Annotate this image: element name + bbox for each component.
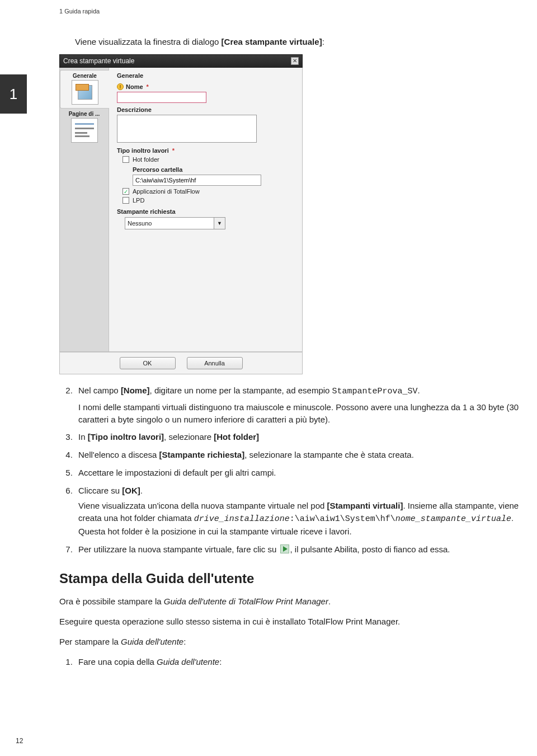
dialog-buttonbar: OK Annulla <box>59 352 303 374</box>
apps-checkbox[interactable] <box>123 188 129 195</box>
hotfolder-checkbox[interactable] <box>123 156 129 163</box>
txt: Cliccare su <box>78 486 122 495</box>
para-1: Ora è possibile stampare la Guida dell'u… <box>59 595 520 608</box>
txt: Ora è possibile stampare la <box>59 597 164 606</box>
txt: [OK] <box>122 486 140 495</box>
txt: Guida dell'utente <box>121 637 183 646</box>
txt: Guida dell'utente di TotalFlow Print Man… <box>164 597 328 606</box>
txt: [Stampante richiesta] <box>159 450 245 459</box>
step-7: Per utilizzare la nuova stampante virtua… <box>75 543 520 556</box>
sidebar-thumb-icon <box>71 118 98 143</box>
name-label-text: Nome <box>126 83 143 90</box>
hotfolder-label: Hot folder <box>133 156 159 163</box>
requested-printer-value: Nessuno <box>128 220 152 227</box>
requested-printer-label: Stampante richiesta <box>117 208 294 215</box>
txt: , selezionare la stampante che è stata c… <box>244 450 414 459</box>
txt: , digitare un nome per la stampante, ad … <box>150 386 332 395</box>
chevron-down-icon: ▼ <box>214 218 225 229</box>
page-content: Viene visualizzata la finestra di dialog… <box>59 37 520 668</box>
txt: Nel campo <box>78 386 121 395</box>
txt: Fare una copia della <box>78 657 157 666</box>
txt: [Hot folder] <box>214 432 259 442</box>
para-3: Per stampare la Guida dell'utente: <box>59 636 520 648</box>
txt: , il pulsante Abilita, posto di fianco a… <box>290 544 450 554</box>
path-label: Percorso cartella <box>133 166 294 173</box>
txt: Per utilizzare la nuova stampante virtua… <box>78 544 279 554</box>
required-mark-icon: * <box>172 147 175 154</box>
intro-before: Viene visualizzata la finestra di dialog… <box>75 37 222 46</box>
txt: In <box>78 432 88 442</box>
sidebar-tab-label: Pagine di ... <box>69 111 100 117</box>
name-label: ! Nome * <box>117 83 294 90</box>
section-heading: Stampa della Guida dell'utente <box>59 571 520 586</box>
txt: [Stampanti virtuali] <box>327 501 403 510</box>
sidebar-tab-pagine[interactable]: Pagine di ... <box>60 109 109 146</box>
txt: Nell'elenco a discesa <box>78 450 159 459</box>
dialog-sidebar: Generale Pagine di ... <box>60 68 109 351</box>
txt: [Nome] <box>121 386 150 395</box>
step-6-subtext: Viene visualizzata un'icona della nuova … <box>78 500 520 537</box>
ok-button[interactable]: OK <box>120 357 176 369</box>
txt: . <box>328 597 331 606</box>
print-step-list: Fare una copia della Guida dell'utente: <box>75 656 520 668</box>
sidebar-tab-generale[interactable]: Generale <box>60 70 109 109</box>
lpd-label: LPD <box>133 197 144 204</box>
lpd-checkbox[interactable] <box>123 197 129 204</box>
step-2-subtext: I nomi delle stampanti virtuali distingu… <box>78 401 520 426</box>
txt: . <box>140 486 143 495</box>
txt: Guida dell'utente <box>157 657 219 666</box>
txt: . <box>418 386 420 395</box>
step-list: Nel campo [Nome], digitare un nome per l… <box>75 384 520 555</box>
txt: [Tipo inoltro lavori] <box>88 432 164 442</box>
step-6: Cliccare su [OK]. Viene visualizzata un'… <box>75 485 520 538</box>
path-input[interactable] <box>133 175 261 186</box>
hotfolder-checkbox-row: Hot folder <box>123 156 294 163</box>
sidebar-tab-label: Generale <box>73 73 97 79</box>
description-input[interactable] <box>117 115 257 143</box>
txt: Viene visualizzata un'icona della nuova … <box>78 501 327 510</box>
step-5: Accettare le impostazioni di default per… <box>75 467 520 479</box>
name-input[interactable] <box>117 92 206 103</box>
sidebar-thumb-icon <box>72 80 98 105</box>
txt: : <box>219 657 222 666</box>
section-header: Generale <box>117 72 294 79</box>
step-4: Nell'elenco a discesa [Stampante richies… <box>75 449 520 461</box>
dialog-main: Generale ! Nome * Descrizione Tipo inolt… <box>109 68 302 351</box>
intro-after: : <box>322 37 324 46</box>
para-2: Eseguire questa operazione sullo stesso … <box>59 616 520 628</box>
tipo-label: Tipo inoltro lavori * <box>117 147 294 154</box>
dialog-screenshot: Crea stampante virtuale ✕ Generale Pagin… <box>59 54 303 374</box>
page-number: 12 <box>16 737 23 745</box>
txt: : <box>183 637 186 646</box>
dialog-title: Crea stampante virtuale <box>63 57 291 65</box>
example-name: StampanteProva_SV <box>332 387 418 396</box>
print-step-1: Fare una copia della Guida dell'utente: <box>75 656 520 668</box>
tipo-label-text: Tipo inoltro lavori <box>117 147 169 154</box>
intro-text: Viene visualizzata la finestra di dialog… <box>75 37 520 46</box>
apps-checkbox-row: Applicazioni di TotalFlow <box>123 188 294 195</box>
required-mark-icon: * <box>147 83 149 90</box>
dialog-titlebar: Crea stampante virtuale ✕ <box>59 54 303 68</box>
apps-label: Applicazioni di TotalFlow <box>133 188 200 195</box>
enable-play-icon <box>280 544 289 553</box>
step-2: Nel campo [Nome], digitare un nome per l… <box>75 384 520 425</box>
path: nome_stampante_virtuale <box>395 514 511 524</box>
cancel-button[interactable]: Annulla <box>187 357 243 369</box>
dialog-body: Generale Pagine di ... Generale ! Nome *… <box>59 68 303 352</box>
intro-bold: [Crea stampante virtuale] <box>222 37 322 46</box>
requested-printer-dropdown[interactable]: Nessuno ▼ <box>125 217 225 229</box>
chapter-tab: 1 <box>0 74 27 114</box>
running-header: 1 Guida rapida <box>0 0 537 15</box>
close-icon[interactable]: ✕ <box>291 57 299 65</box>
txt: Per stampare la <box>59 637 121 646</box>
warning-icon: ! <box>117 83 124 90</box>
lpd-checkbox-row: LPD <box>123 197 294 204</box>
txt: , selezionare <box>164 432 214 442</box>
path: :\aiw\aiw1\System\hf\ <box>290 514 395 524</box>
desc-label: Descrizione <box>117 106 294 113</box>
step-3: In [Tipo inoltro lavori], selezionare [H… <box>75 431 520 443</box>
path: drive_installazione <box>194 514 290 524</box>
